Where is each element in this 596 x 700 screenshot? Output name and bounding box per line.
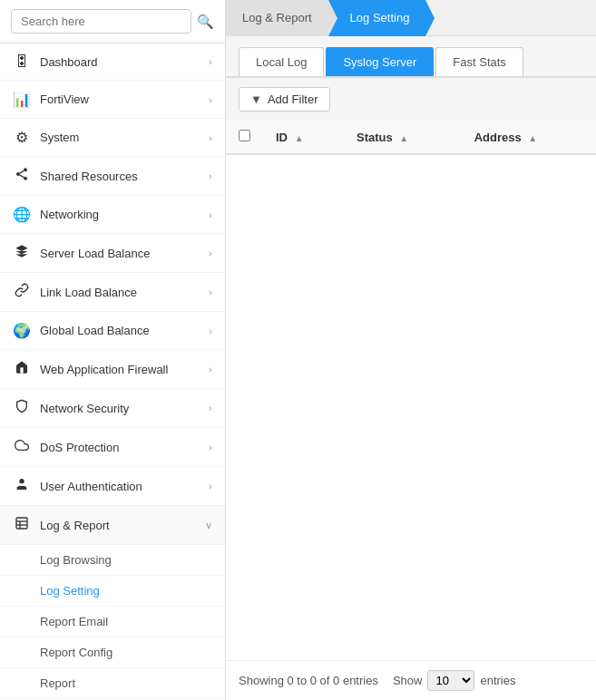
chevron-right-icon: ›: [209, 209, 212, 220]
sidebar-item-shared-resources[interactable]: Shared Resources ›: [0, 157, 225, 196]
sidebar-label-networking: Networking: [40, 208, 209, 221]
sort-icon-address: ▲: [528, 133, 537, 143]
sidebar-item-dashboard[interactable]: 🎛 Dashboard ›: [0, 44, 225, 81]
sub-item-report-config[interactable]: Report Config: [0, 637, 225, 668]
sidebar-item-user-authentication[interactable]: User Authentication ›: [0, 467, 225, 506]
sort-icon-id: ▲: [295, 133, 304, 143]
sidebar-label-dos-protection: DoS Protection: [40, 441, 209, 454]
sidebar-item-link-load-balance[interactable]: Link Load Balance ›: [0, 273, 225, 312]
chevron-right-icon: ›: [209, 481, 212, 491]
entries-label: entries: [480, 674, 515, 687]
sidebar-item-dos-protection[interactable]: DoS Protection ›: [0, 428, 225, 467]
sub-item-log-setting[interactable]: Log Setting: [0, 576, 225, 607]
tabs-bar: Local Log Syslog Server Fast Stats: [226, 36, 596, 78]
svg-rect-6: [16, 518, 27, 529]
sidebar-item-networking[interactable]: 🌐 Networking ›: [0, 196, 225, 234]
sidebar-item-server-load-balance[interactable]: Server Load Balance ›: [0, 234, 225, 273]
networking-icon: 🌐: [13, 206, 31, 223]
sidebar-item-fortiview[interactable]: 📊 FortiView ›: [0, 81, 225, 119]
breadcrumb-log-report[interactable]: Log & Report: [226, 0, 328, 36]
chevron-right-icon: ›: [209, 326, 212, 336]
table-header-row: ID ▲ Status ▲ Address ▲: [226, 121, 596, 154]
sidebar-label-fortiview: FortiView: [40, 92, 209, 106]
sidebar-label-user-authentication: User Authentication: [40, 480, 209, 493]
sidebar-item-log-report[interactable]: Log & Report ∨: [0, 506, 225, 545]
sidebar-label-dashboard: Dashboard: [40, 55, 209, 69]
filter-icon: ▼: [250, 92, 262, 106]
sidebar-label-system: System: [40, 131, 209, 144]
th-id[interactable]: ID ▲: [263, 121, 344, 154]
syslog-table: ID ▲ Status ▲ Address ▲: [226, 121, 596, 155]
chevron-right-icon: ›: [209, 170, 212, 181]
sidebar-label-log-report: Log & Report: [40, 519, 205, 532]
svg-point-2: [24, 177, 27, 180]
sidebar-item-global-load-balance[interactable]: 🌍 Global Load Balance ›: [0, 312, 225, 350]
search-input[interactable]: [11, 9, 191, 34]
svg-line-4: [20, 170, 24, 173]
user-authentication-icon: [13, 477, 31, 495]
sub-item-report-email[interactable]: Report Email: [0, 607, 225, 637]
th-checkbox: [226, 121, 263, 154]
svg-point-1: [16, 172, 20, 176]
chevron-right-icon: ›: [209, 132, 212, 143]
select-all-checkbox[interactable]: [239, 130, 250, 141]
tab-syslog-server[interactable]: Syslog Server: [326, 47, 434, 76]
nav-list: 🎛 Dashboard › 📊 FortiView › ⚙ System › S…: [0, 44, 225, 699]
chevron-right-icon: ›: [209, 364, 212, 374]
fortiview-icon: 📊: [13, 91, 31, 108]
breadcrumb: Log & Report Log Setting: [226, 0, 596, 36]
sidebar-label-shared-resources: Shared Resources: [40, 170, 209, 183]
global-load-balance-icon: 🌍: [13, 322, 31, 339]
toolbar: ▼ Add Filter: [226, 78, 596, 121]
svg-point-5: [19, 479, 24, 483]
sidebar-label-global-load-balance: Global Load Balance: [40, 324, 209, 337]
sub-item-log-browsing[interactable]: Log Browsing: [0, 545, 225, 576]
log-report-icon: [13, 516, 31, 534]
table-footer: Showing 0 to 0 of 0 entries Show 10 25 5…: [226, 660, 596, 700]
system-icon: ⚙: [13, 129, 31, 146]
sidebar: 🔍 🎛 Dashboard › 📊 FortiView › ⚙ System ›…: [0, 0, 226, 700]
chevron-right-icon: ›: [209, 442, 212, 452]
sidebar-item-web-application-firewall[interactable]: Web Application Firewall ›: [0, 350, 225, 389]
chevron-right-icon: ›: [209, 56, 212, 67]
tab-fast-stats[interactable]: Fast Stats: [435, 47, 523, 76]
sidebar-label-waf: Web Application Firewall: [40, 363, 209, 376]
sidebar-label-network-security: Network Security: [40, 402, 209, 415]
search-bar: 🔍: [0, 0, 225, 44]
chevron-right-icon: ›: [209, 287, 212, 297]
tab-local-log[interactable]: Local Log: [239, 47, 324, 76]
sidebar-item-system[interactable]: ⚙ System ›: [0, 119, 225, 157]
sub-item-report[interactable]: Report: [0, 668, 225, 699]
svg-point-0: [24, 168, 27, 171]
sidebar-label-link-load-balance: Link Load Balance: [40, 286, 209, 299]
main-content: Log & Report Log Setting Local Log Syslo…: [226, 0, 596, 700]
add-filter-button[interactable]: ▼ Add Filter: [239, 87, 330, 112]
server-load-balance-icon: [13, 244, 31, 262]
show-label: Show: [393, 674, 423, 687]
search-button[interactable]: 🔍: [197, 14, 214, 30]
chevron-right-icon: ›: [209, 403, 212, 413]
dashboard-icon: 🎛: [13, 53, 31, 70]
th-status[interactable]: Status ▲: [344, 121, 462, 154]
sidebar-label-server-load-balance: Server Load Balance: [40, 247, 209, 260]
showing-text: Showing 0 to 0 of 0 entries: [239, 674, 378, 687]
sidebar-item-network-security[interactable]: Network Security ›: [0, 389, 225, 428]
chevron-down-icon: ∨: [205, 520, 212, 531]
waf-icon: [13, 360, 31, 378]
table-container: ID ▲ Status ▲ Address ▲: [226, 121, 596, 660]
sort-icon-status: ▲: [399, 133, 408, 143]
svg-line-3: [20, 175, 24, 178]
entries-per-page-select[interactable]: 10 25 50 100: [427, 670, 474, 691]
dos-protection-icon: [13, 438, 31, 456]
chevron-right-icon: ›: [209, 248, 212, 258]
chevron-right-icon: ›: [209, 94, 212, 105]
breadcrumb-log-setting[interactable]: Log Setting: [328, 0, 426, 36]
network-security-icon: [13, 399, 31, 417]
link-load-balance-icon: [13, 283, 31, 301]
th-address[interactable]: Address ▲: [462, 121, 596, 154]
shared-resources-icon: [13, 167, 31, 185]
